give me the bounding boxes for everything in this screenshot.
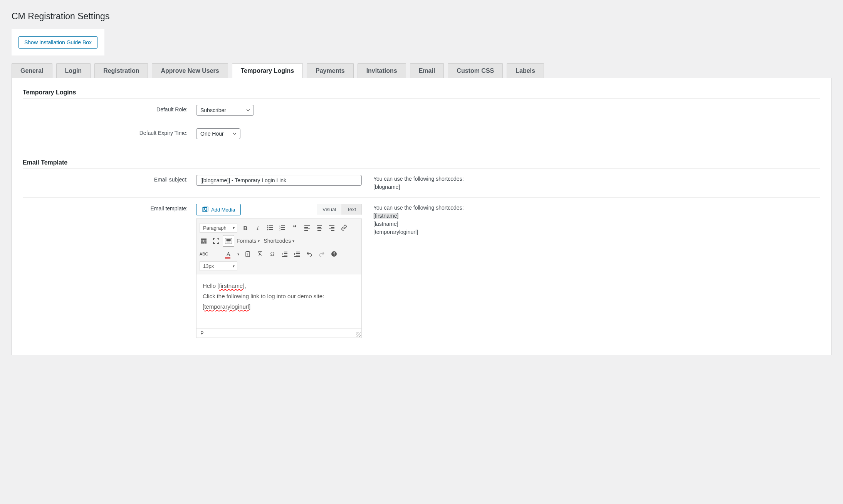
svg-text:T: T (247, 253, 249, 256)
tab-approve-new-users[interactable]: Approve New Users (152, 63, 228, 78)
svg-rect-18 (317, 227, 321, 228)
paste-icon[interactable]: T (242, 248, 254, 260)
editor-path: P (200, 330, 204, 336)
install-box-wrap: Show Installation Guide Box (12, 29, 104, 55)
fullscreen-icon[interactable] (210, 235, 222, 247)
svg-rect-44 (247, 251, 249, 252)
section-heading-temporary-logins: Temporary Logins (23, 89, 820, 99)
media-icon (202, 206, 209, 213)
editor-tab-text[interactable]: Text (341, 204, 361, 215)
redo-icon[interactable] (316, 248, 327, 260)
help-icon[interactable]: ? (328, 248, 340, 260)
tab-payments[interactable]: Payments (307, 63, 354, 78)
outdent-icon[interactable] (279, 248, 291, 260)
resize-handle-icon[interactable] (356, 332, 361, 337)
svg-rect-6 (269, 229, 273, 230)
svg-rect-8 (281, 225, 285, 226)
svg-rect-19 (317, 228, 322, 229)
svg-rect-2 (269, 225, 273, 226)
svg-text:?: ? (333, 252, 336, 256)
fontsize-select[interactable]: 13px (200, 261, 237, 271)
align-left-icon[interactable] (301, 222, 313, 234)
svg-rect-20 (317, 230, 321, 231)
svg-rect-53 (296, 255, 300, 255)
editor-toolbar: Paragraph B I 123 “ (196, 219, 361, 274)
text-color-icon[interactable]: A (223, 248, 234, 260)
section-heading-email-template: Email Template (23, 159, 820, 169)
svg-rect-47 (284, 253, 287, 254)
undo-icon[interactable] (304, 248, 315, 260)
tab-invitations[interactable]: Invitations (358, 63, 406, 78)
settings-panel: Temporary Logins Default Role: Subscribe… (12, 78, 831, 355)
special-char-icon[interactable]: Ω (267, 248, 278, 260)
link-icon[interactable] (338, 222, 350, 234)
editor-content-area[interactable]: Hello [firstname], Click the following l… (196, 274, 361, 328)
tab-temporary-logins[interactable]: Temporary Logins (232, 63, 303, 78)
svg-marker-55 (294, 253, 296, 255)
editor-statusbar: P (196, 328, 361, 338)
row-email-template: Email template: Add Media Visual Text Pa… (23, 198, 820, 344)
add-media-button[interactable]: Add Media (196, 204, 241, 215)
svg-rect-41 (230, 240, 231, 241)
text-color-dropdown-icon[interactable]: ▾ (235, 248, 241, 260)
svg-point-0 (204, 208, 205, 209)
indent-icon[interactable] (291, 248, 303, 260)
svg-point-5 (267, 229, 269, 230)
help-email-subject: You can use the following shortcodes: [b… (362, 175, 820, 191)
paragraph-select[interactable]: Paragraph (200, 223, 237, 233)
help-email-template: You can use the following shortcodes: [f… (362, 204, 820, 236)
svg-rect-36 (230, 239, 231, 240)
tab-registration[interactable]: Registration (94, 63, 148, 78)
tab-general[interactable]: General (12, 63, 52, 78)
tab-custom-css[interactable]: Custom CSS (448, 63, 503, 78)
blockquote-icon[interactable]: “ (289, 222, 301, 234)
svg-rect-28 (201, 242, 203, 244)
keyboard-icon[interactable] (223, 235, 234, 247)
svg-point-3 (267, 227, 269, 228)
bullet-list-icon[interactable] (264, 222, 276, 234)
italic-icon[interactable]: I (252, 222, 264, 234)
numbered-list-icon[interactable]: 123 (277, 222, 288, 234)
settings-tabs: General Login Registration Approve New U… (12, 63, 831, 78)
tab-login[interactable]: Login (56, 63, 91, 78)
label-default-role: Default Role: (23, 105, 196, 113)
formats-dropdown[interactable]: Formats (235, 238, 261, 244)
page-title: CM Registration Settings (12, 8, 831, 29)
svg-rect-22 (331, 227, 334, 228)
svg-point-1 (267, 225, 269, 227)
svg-rect-29 (203, 242, 205, 244)
select-default-expiry[interactable]: One Hour (196, 128, 240, 139)
row-email-subject: Email subject: You can use the following… (23, 169, 820, 198)
input-email-subject[interactable] (196, 175, 362, 186)
tab-email[interactable]: Email (410, 63, 444, 78)
bold-icon[interactable]: B (240, 222, 251, 234)
editor-tabs: Visual Text (317, 204, 362, 215)
svg-rect-17 (317, 225, 322, 226)
svg-rect-40 (229, 240, 230, 241)
svg-rect-25 (201, 239, 207, 240)
toolbar-toggle-icon[interactable] (198, 235, 210, 247)
svg-rect-48 (284, 255, 287, 255)
svg-rect-15 (304, 228, 310, 229)
align-right-icon[interactable] (326, 222, 338, 234)
tab-labels[interactable]: Labels (507, 63, 544, 78)
label-email-template: Email template: (23, 204, 196, 212)
svg-rect-34 (228, 239, 229, 240)
svg-rect-16 (304, 230, 308, 231)
select-default-role[interactable]: Subscriber (196, 105, 254, 116)
svg-text:3: 3 (279, 228, 280, 231)
svg-rect-51 (296, 252, 300, 252)
svg-rect-42 (227, 242, 230, 242)
editor-tab-visual[interactable]: Visual (317, 204, 341, 215)
strikethrough-icon[interactable]: ABC (198, 248, 210, 260)
align-center-icon[interactable] (314, 222, 325, 234)
svg-rect-13 (304, 225, 310, 226)
shortcodes-dropdown[interactable]: Shortcodes (262, 238, 296, 244)
clear-formatting-icon[interactable] (254, 248, 266, 260)
svg-rect-27 (204, 240, 207, 242)
svg-rect-39 (228, 240, 229, 241)
svg-rect-21 (329, 225, 334, 226)
horizontal-rule-icon[interactable]: — (210, 248, 222, 260)
label-default-expiry: Default Expiry Time: (23, 128, 196, 136)
show-installation-guide-button[interactable]: Show Installation Guide Box (18, 36, 97, 49)
